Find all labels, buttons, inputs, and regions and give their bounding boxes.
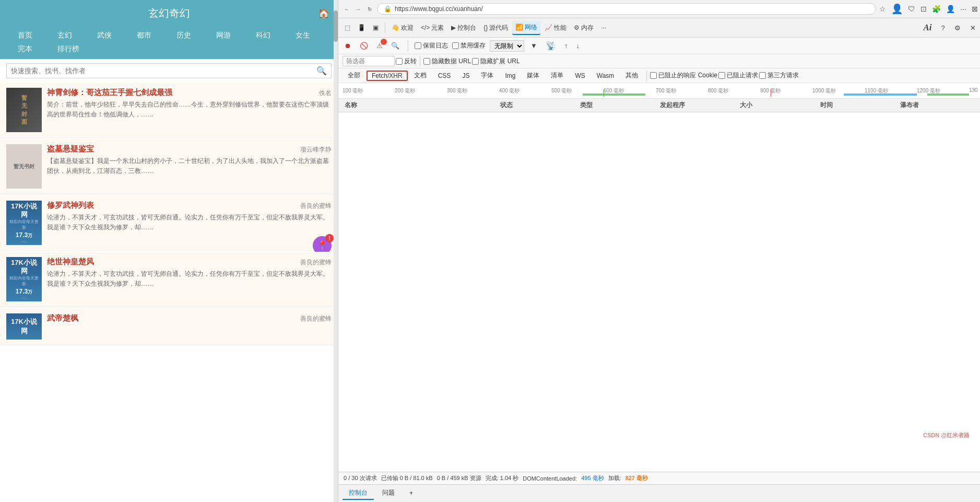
book-title[interactable]: 修罗武神列表: [47, 201, 332, 211]
export-button[interactable]: ↓: [574, 41, 582, 51]
col-status[interactable]: 状态: [498, 101, 578, 110]
scroll-thumb[interactable]: [334, 10, 338, 42]
filter-font[interactable]: 字体: [476, 70, 499, 81]
throttle-select[interactable]: 无限制: [490, 40, 524, 52]
left-scrollbar[interactable]: [334, 0, 338, 502]
invert-checkbox[interactable]: [396, 58, 403, 65]
network-conditions-button[interactable]: 📡: [544, 40, 558, 52]
disable-cache-label[interactable]: 禁用缓存: [452, 41, 486, 50]
list-item: 17K小说网 精彩内容每天更新 17.3万 绝世神皇楚风 善良的蜜蜂 论潜力，不…: [0, 252, 338, 307]
filter-doc[interactable]: 文档: [409, 70, 432, 81]
ai-button[interactable]: Ai: [920, 20, 935, 35]
record-button[interactable]: ⏺: [343, 41, 353, 51]
third-party-checkbox[interactable]: [759, 72, 766, 79]
tab-elements[interactable]: </> 元素: [418, 21, 447, 34]
tab-more[interactable]: ···: [598, 22, 609, 33]
tab-memory[interactable]: ⚙ 内存: [571, 21, 597, 34]
nav-wuxia[interactable]: 武侠: [85, 29, 124, 42]
search-network-button[interactable]: 🔍: [389, 41, 402, 51]
bottom-tab-console[interactable]: 控制台: [343, 487, 374, 500]
disable-cache-checkbox[interactable]: [452, 42, 459, 49]
hide-extensions-checkbox[interactable]: [472, 58, 479, 65]
filter-css[interactable]: CSS: [433, 71, 456, 80]
tab-network[interactable]: 📶 网络: [512, 21, 540, 35]
import-button[interactable]: ↑: [562, 41, 570, 51]
nav-wangyou[interactable]: 网游: [204, 29, 243, 42]
hide-extensions-label[interactable]: 隐藏扩展 URL: [472, 57, 519, 66]
book-title[interactable]: 盗墓悬疑鉴宝: [47, 144, 332, 154]
forward-button[interactable]: →: [354, 5, 362, 13]
filter-ws[interactable]: WS: [570, 71, 590, 80]
device-button[interactable]: 📱: [355, 22, 369, 33]
resources-size: 0 B / 459 kB 资源: [437, 474, 481, 482]
throttle-dropdown[interactable]: ▼: [528, 41, 539, 51]
profile-button[interactable]: 👤: [891, 3, 903, 15]
bottom-tab-issues[interactable]: 问题: [376, 487, 401, 500]
split-button[interactable]: ⊡: [920, 5, 927, 13]
blocked-cookie-label[interactable]: 已阻止的响应 Cookie: [650, 71, 717, 80]
nav-nvsheng[interactable]: 女生: [283, 29, 323, 42]
url-bar[interactable]: 🔒 https://www.bqgui.cc/xuanhuan/: [377, 3, 876, 15]
filter-fetch-xhr[interactable]: Fetch/XHR: [367, 71, 408, 81]
sidebar-toggle[interactable]: ▣: [370, 22, 382, 33]
account-button[interactable]: 👤: [946, 5, 955, 13]
blocked-cookie-checkbox[interactable]: [650, 72, 657, 79]
nav-ranking[interactable]: 排行榜: [45, 42, 92, 56]
settings-gear-button[interactable]: ⚙: [951, 22, 964, 34]
clear-button[interactable]: 🚫: [358, 41, 370, 51]
tab-console[interactable]: ▶ 控制台: [448, 21, 479, 34]
preserve-log-label[interactable]: 保留日志: [415, 41, 448, 50]
book-cover: 暂无书封: [6, 144, 42, 189]
bottom-tab-add[interactable]: +: [403, 488, 419, 499]
nav-kehuan[interactable]: 科幻: [243, 29, 283, 42]
home-icon[interactable]: 🏠: [318, 8, 329, 19]
filter-input[interactable]: [343, 56, 395, 66]
nav-dushi[interactable]: 都市: [124, 29, 164, 42]
invert-checkbox-label[interactable]: 反转: [396, 57, 417, 66]
filter-all[interactable]: 全部: [343, 70, 365, 81]
devtools-close-button[interactable]: ✕: [967, 22, 979, 34]
tab-performance[interactable]: 📈 性能: [541, 21, 570, 34]
filter-manifest[interactable]: 清单: [546, 70, 569, 81]
col-name[interactable]: 名称: [343, 101, 498, 110]
hide-data-urls-checkbox[interactable]: [423, 58, 430, 65]
nav-home[interactable]: 首页: [5, 29, 45, 42]
tab-sources[interactable]: {} 源代码: [480, 21, 511, 34]
separator: [646, 71, 647, 81]
blocked-requests-label[interactable]: 已阻止请求: [718, 71, 758, 80]
preserve-log-checkbox[interactable]: [415, 42, 421, 49]
col-waterfall[interactable]: 瀑布者: [898, 101, 978, 110]
filter-js[interactable]: JS: [457, 71, 475, 80]
help-button[interactable]: ?: [938, 22, 948, 34]
search-input[interactable]: [11, 67, 316, 75]
back-button[interactable]: ←: [343, 5, 351, 13]
col-size[interactable]: 大小: [738, 101, 818, 110]
book-title[interactable]: 神霄剑修：哥这茄王手握七剑成最强: [47, 88, 332, 98]
filter-media[interactable]: 媒体: [522, 70, 545, 81]
more-button[interactable]: ···: [960, 5, 966, 13]
search-button[interactable]: 🔍: [316, 66, 327, 76]
book-title[interactable]: 绝世神皇楚风: [47, 257, 332, 267]
star-button[interactable]: ☆: [879, 5, 886, 13]
third-party-label[interactable]: 第三方请求: [759, 71, 799, 80]
col-type[interactable]: 类型: [578, 101, 658, 110]
welcome-icon: 👋: [392, 24, 399, 31]
filter-img[interactable]: Img: [500, 71, 521, 80]
extension-button[interactable]: 🧩: [932, 5, 941, 13]
close-sidebar-button[interactable]: ⊠: [972, 5, 978, 13]
hide-data-urls-label[interactable]: 隐藏数据 URL: [423, 57, 471, 66]
filter-wasm[interactable]: Wasm: [592, 71, 620, 80]
nav-xuanhuan[interactable]: 玄幻: [45, 29, 85, 42]
book-title[interactable]: 武帝楚枫: [47, 313, 332, 323]
nav-wanben[interactable]: 完本: [5, 42, 45, 56]
inspect-button[interactable]: ⬚: [341, 22, 353, 33]
warning-button[interactable]: ⚠: [374, 41, 385, 51]
reload-button[interactable]: ↻: [365, 5, 374, 13]
filter-other[interactable]: 其他: [620, 70, 643, 81]
shield-button[interactable]: 🛡: [908, 5, 915, 13]
nav-lishi[interactable]: 历史: [164, 29, 204, 42]
blocked-requests-checkbox[interactable]: [718, 72, 725, 79]
tab-welcome[interactable]: 👋 欢迎: [388, 21, 417, 34]
col-initiator[interactable]: 发起程序: [658, 101, 738, 110]
col-time[interactable]: 时间: [818, 101, 898, 110]
